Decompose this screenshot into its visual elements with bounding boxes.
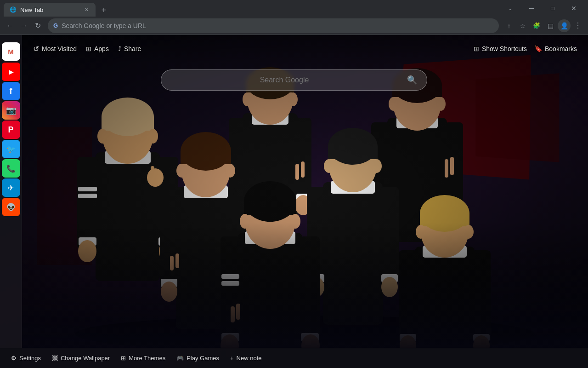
show-shortcuts-label: Show Shortcuts <box>482 45 527 52</box>
share-nav-button[interactable]: ⤴ Share <box>118 45 141 52</box>
tab-bar: 🌐 New Tab ✕ + <box>4 0 500 17</box>
games-icon: 🎮 <box>176 355 184 362</box>
address-text: Search Google or type a URL <box>62 22 493 29</box>
title-bar: 🌐 New Tab ✕ + ⌄ ─ □ ✕ <box>0 0 588 17</box>
address-bar[interactable]: G Search Google or type a URL <box>48 18 499 33</box>
share-nav-icon: ⤴ <box>118 45 121 52</box>
wallpaper-button[interactable]: 🖼 Change Wallpaper <box>52 355 110 362</box>
sidebar-item-telegram[interactable]: ✈ <box>2 178 20 197</box>
show-shortcuts-icon: ⊞ <box>474 45 479 52</box>
search-input[interactable] <box>169 76 400 84</box>
close-button[interactable]: ✕ <box>563 1 584 16</box>
profile-icon[interactable]: 👤 <box>558 19 571 32</box>
new-tab-button[interactable]: + <box>97 4 110 17</box>
games-label: Play Games <box>187 355 219 362</box>
wallpaper-icon: 🖼 <box>52 355 58 362</box>
show-shortcuts-button[interactable]: ⊞ Show Shortcuts <box>474 45 527 52</box>
search-button[interactable]: 🔍 <box>405 73 419 87</box>
most-visited-label: Most Visited <box>42 45 77 52</box>
bookmarks-label: Bookmarks <box>545 45 577 52</box>
settings-button[interactable]: ⚙ Settings <box>11 355 41 362</box>
wallpaper-label: Change Wallpaper <box>61 355 110 362</box>
sidebar-item-youtube[interactable]: ▶ <box>2 63 20 81</box>
bookmark-icon[interactable]: ☆ <box>516 19 529 32</box>
refresh-button[interactable]: ↻ <box>31 19 44 32</box>
tab-close-button[interactable]: ✕ <box>83 6 90 13</box>
maximize-button[interactable]: □ <box>542 1 563 16</box>
tab-title: New Tab <box>20 6 79 13</box>
share-icon[interactable]: ↑ <box>503 19 515 32</box>
chevron-down-icon[interactable]: ⌄ <box>500 1 521 16</box>
bookmarks-button[interactable]: 🔖 Bookmarks <box>534 45 577 52</box>
back-button[interactable]: ← <box>4 19 17 32</box>
active-tab[interactable]: 🌐 New Tab ✕ <box>4 3 96 17</box>
toolbar: ← → ↻ G Search Google or type a URL ↑ ☆ … <box>0 17 588 35</box>
themes-icon: ⊞ <box>121 355 126 362</box>
browser-window: 🌐 New Tab ✕ + ⌄ ─ □ ✕ ← → ↻ G Search Goo… <box>0 0 588 368</box>
sidebar-item-facebook[interactable]: f <box>2 82 20 100</box>
bookmarks-icon: 🔖 <box>534 45 542 52</box>
bottom-bar: ⚙ Settings 🖼 Change Wallpaper ⊞ More The… <box>0 348 588 368</box>
window-controls: ⌄ ─ □ ✕ <box>500 1 584 16</box>
themes-label: More Themes <box>129 355 165 362</box>
themes-button[interactable]: ⊞ More Themes <box>121 355 165 362</box>
share-nav-label: Share <box>124 45 141 52</box>
apps-button[interactable]: ⊞ Apps <box>86 45 109 52</box>
games-button[interactable]: 🎮 Play Games <box>176 355 219 362</box>
newtab-page: M ▶ f 📷 P 🐦 📞 ✈ 👽 ↺ Most Visited <box>0 35 588 368</box>
forward-button[interactable]: → <box>17 19 30 32</box>
tab-favicon: 🌐 <box>9 6 17 13</box>
new-note-label: New note <box>237 355 262 362</box>
apps-label: Apps <box>94 45 109 52</box>
sidebar-item-whatsapp[interactable]: 📞 <box>2 159 20 178</box>
top-nav-left: ↺ Most Visited ⊞ Apps ⤴ Share <box>33 45 141 53</box>
sidebar-item-gmail[interactable]: M <box>2 42 20 61</box>
menu-icon[interactable]: ⋮ <box>571 19 584 32</box>
top-nav-bar: ↺ Most Visited ⊞ Apps ⤴ Share ⊞ Show Sho… <box>22 35 588 63</box>
new-note-icon: + <box>230 355 234 362</box>
sidebar-item-twitter[interactable]: 🐦 <box>2 140 20 158</box>
extensions-icon[interactable]: 🧩 <box>530 19 543 32</box>
search-bar[interactable]: 🔍 <box>161 69 427 91</box>
most-visited-icon: ↺ <box>33 45 39 53</box>
minimize-button[interactable]: ─ <box>521 1 542 16</box>
sidebar-toggle-icon[interactable]: ▤ <box>544 19 557 32</box>
top-nav-right: ⊞ Show Shortcuts 🔖 Bookmarks <box>474 45 577 52</box>
settings-icon: ⚙ <box>11 355 17 362</box>
new-note-button[interactable]: + New note <box>230 355 262 362</box>
google-g-icon: G <box>53 22 58 29</box>
apps-icon: ⊞ <box>86 45 91 52</box>
search-container: 🔍 <box>161 69 427 91</box>
most-visited-button[interactable]: ↺ Most Visited <box>33 45 77 53</box>
sidebar: M ▶ f 📷 P 🐦 📞 ✈ 👽 <box>0 35 22 368</box>
sidebar-item-pinterest[interactable]: P <box>2 121 20 139</box>
settings-label: Settings <box>19 355 41 362</box>
sidebar-item-reddit[interactable]: 👽 <box>2 198 20 216</box>
sidebar-item-instagram[interactable]: 📷 <box>2 101 20 120</box>
